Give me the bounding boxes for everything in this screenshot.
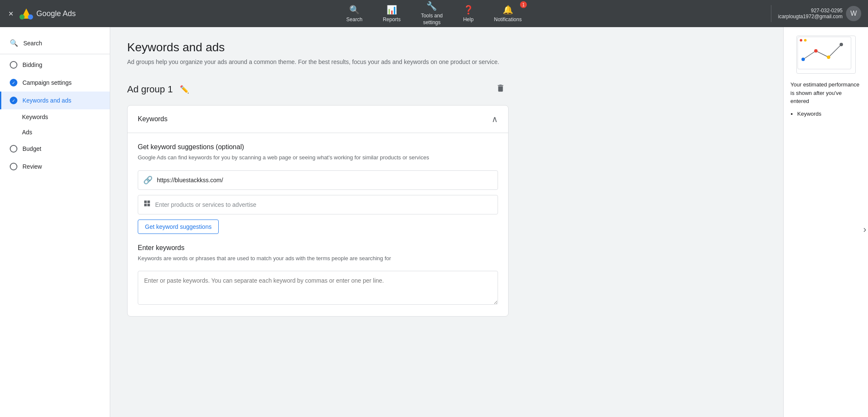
sidebar-item-review[interactable]: Review: [0, 158, 110, 175]
sidebar-campaign-label: Campaign settings: [22, 79, 72, 86]
performance-list: Keywords: [790, 111, 861, 119]
trash-icon: [496, 83, 505, 93]
top-navigation: × Google Ads 🔍 Search 📊 Reports 🔧 Tools …: [0, 0, 868, 27]
nav-divider: [771, 5, 771, 22]
collapse-button[interactable]: ∧: [492, 114, 498, 124]
reports-icon: 📊: [387, 5, 397, 15]
ad-group-name: Ad group 1: [127, 84, 173, 95]
nav-tools[interactable]: 🔧 Tools andsettings: [417, 0, 446, 28]
products-input-wrapper: [138, 195, 498, 214]
link-icon: 🔗: [143, 175, 153, 185]
account-phone: 927-032-0295: [811, 8, 843, 14]
nav-left: × Google Ads: [7, 7, 117, 20]
get-suggestions-title: Get keyword suggestions (optional): [138, 143, 498, 151]
svg-point-5: [804, 39, 807, 42]
account-email: icarplougta1972@gmail.com: [778, 14, 843, 19]
keywords-textarea[interactable]: [138, 271, 498, 305]
sidebar-item-budget[interactable]: Budget: [0, 140, 110, 158]
notification-badge: 1: [520, 1, 527, 8]
right-panel: Your estimated performance is shown afte…: [783, 27, 868, 417]
get-keyword-suggestions-button[interactable]: Get keyword suggestions: [138, 220, 219, 234]
nav-tools-label: Tools andsettings: [421, 13, 442, 26]
url-input-wrapper: 🔗: [138, 170, 498, 190]
sidebar-keywords-sub-label: Keywords: [22, 114, 48, 120]
sidebar-keywords-label: Keywords and ads: [22, 97, 71, 104]
products-input[interactable]: [155, 195, 492, 214]
delete-ad-group-button[interactable]: [492, 80, 509, 98]
svg-point-4: [800, 39, 802, 42]
sidebar-sub-ads[interactable]: Ads: [0, 125, 110, 140]
sidebar-item-campaign-settings[interactable]: Campaign settings: [0, 74, 110, 92]
keywords-card-title: Keywords: [138, 115, 167, 123]
close-button[interactable]: ×: [7, 7, 15, 20]
card-header: Keywords ∧: [128, 106, 508, 133]
performance-text: Your estimated performance is shown afte…: [790, 81, 861, 106]
edit-ad-group-button[interactable]: ✏️: [178, 83, 191, 96]
nav-center: 🔍 Search 📊 Reports 🔧 Tools andsettings ❓…: [117, 0, 751, 28]
sidebar-item-search[interactable]: 🔍 Search: [0, 34, 110, 52]
sidebar-item-bidding[interactable]: Bidding: [0, 56, 110, 74]
sidebar-item-keywords-and-ads[interactable]: Keywords and ads: [0, 92, 110, 109]
expand-panel-button[interactable]: ›: [863, 224, 866, 235]
url-input[interactable]: [157, 171, 492, 189]
app-layout: 🔍 Search Bidding Campaign settings Keywo…: [0, 27, 868, 417]
brand-name: Google Ads: [36, 9, 76, 18]
svg-point-7: [814, 49, 818, 53]
nav-search-label: Search: [346, 17, 362, 22]
sidebar-review-label: Review: [22, 163, 42, 170]
sidebar-budget-label: Budget: [22, 145, 41, 152]
google-ads-logo-icon: [19, 7, 33, 20]
help-icon: ❓: [463, 5, 474, 15]
keywords-ads-check-icon: [10, 97, 17, 104]
sidebar-ads-sub-label: Ads: [22, 129, 32, 136]
svg-point-2: [19, 14, 25, 19]
budget-circle-icon: [10, 145, 17, 153]
main-content: Keywords and ads Ad groups help you orga…: [110, 27, 783, 417]
review-circle-icon: [10, 163, 17, 170]
svg-point-1: [28, 14, 33, 19]
google-ads-logo: Google Ads: [19, 7, 76, 20]
nav-right: 927-032-0295 icarplougta1972@gmail.com W: [751, 5, 861, 22]
bidding-circle-icon: [10, 61, 17, 69]
sidebar-sub-keywords[interactable]: Keywords: [0, 109, 110, 125]
campaign-settings-check-icon: [10, 79, 17, 86]
get-suggestions-subtitle: Google Ads can find keywords for you by …: [138, 153, 498, 162]
tools-icon: 🔧: [426, 1, 437, 11]
svg-point-9: [840, 43, 843, 46]
nav-help-label: Help: [463, 17, 474, 22]
card-body: Get keyword suggestions (optional) Googl…: [128, 133, 508, 316]
performance-chart: [796, 36, 856, 74]
svg-point-6: [801, 58, 805, 61]
ad-group-header: Ad group 1 ✏️: [127, 80, 509, 98]
bell-icon: 🔔: [503, 5, 513, 15]
sidebar-search-label: Search: [23, 40, 42, 47]
chart-svg: [797, 36, 852, 70]
enter-keywords-subtitle: Keywords are words or phrases that are u…: [138, 254, 498, 263]
account-info: 927-032-0295 icarplougta1972@gmail.com: [778, 8, 843, 19]
avatar[interactable]: W: [846, 6, 861, 21]
nav-reports[interactable]: 📊 Reports: [379, 3, 404, 24]
enter-keywords-title: Enter keywords: [138, 244, 498, 252]
performance-list-item: Keywords: [797, 111, 861, 117]
sidebar: 🔍 Search Bidding Campaign settings Keywo…: [0, 27, 110, 417]
svg-point-8: [827, 56, 830, 59]
grid-icon: [143, 200, 151, 209]
page-title: Keywords and ads: [127, 41, 766, 54]
search-icon: 🔍: [349, 5, 360, 15]
svg-rect-3: [798, 37, 851, 69]
page-subtitle: Ad groups help you organize your ads aro…: [127, 58, 509, 67]
sidebar-divider-1: [0, 54, 110, 54]
chevron-up-icon: ∧: [492, 114, 498, 124]
nav-notifications-label: Notifications: [494, 17, 522, 22]
sidebar-bidding-label: Bidding: [22, 61, 42, 68]
keywords-card: Keywords ∧ Get keyword suggestions (opti…: [127, 105, 509, 317]
ad-group-title: Ad group 1 ✏️: [127, 83, 191, 96]
nav-search[interactable]: 🔍 Search: [343, 3, 366, 24]
nav-reports-label: Reports: [383, 17, 401, 22]
nav-notifications[interactable]: 🔔 1 Notifications: [491, 3, 525, 24]
nav-help[interactable]: ❓ Help: [460, 3, 477, 24]
search-sidebar-icon: 🔍: [10, 39, 18, 47]
